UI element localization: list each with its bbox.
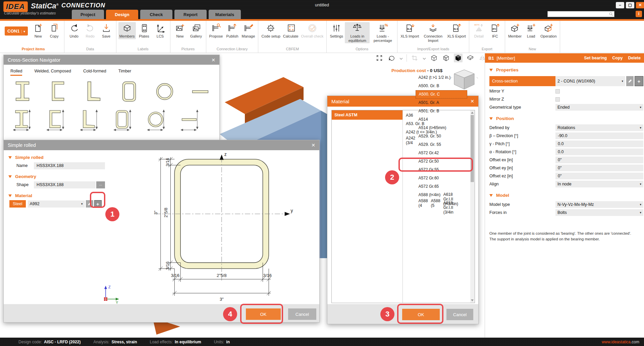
material-dropdown[interactable]: A992▾ <box>28 200 85 208</box>
ribbon-calculate-button[interactable]: +−×÷Calculate <box>282 22 300 39</box>
forces-in-dropdown[interactable]: Bolts▾ <box>555 209 643 216</box>
edit-cross-section-button[interactable] <box>626 76 634 86</box>
section-shape-flat-bar-dimensioned[interactable] <box>179 109 199 133</box>
ribbon-xls-export-button[interactable]: XLSXLS Export <box>446 22 467 39</box>
add-material-button[interactable]: + <box>94 200 102 208</box>
vt-crop-icon[interactable] <box>410 54 419 62</box>
geometrical-type-dropdown[interactable]: Ended▾ <box>555 104 643 111</box>
material-item-a529-gr-50[interactable]: A529. Gr. 50 <box>416 132 467 140</box>
copy-member-button[interactable]: Copy <box>612 56 623 60</box>
chevron-down-icon[interactable] <box>399 56 403 60</box>
material-item-a501-gr-b[interactable]: A501. Gr. B <box>416 107 467 115</box>
section-shape-channel-section[interactable] <box>47 80 69 106</box>
tab-check[interactable]: Check <box>140 10 172 19</box>
ribbon-code-setup-button[interactable]: </>Code setup <box>260 22 281 39</box>
material-item-a618-gr-i-ii-3-4in-t[interactable]: A618 Gr.I.II (3/4in <box>440 203 461 212</box>
ribbon-ifc-button[interactable]: IFCIFC <box>487 22 503 39</box>
section-shape-flat-bar[interactable] <box>190 80 211 106</box>
ribbon-lcs-button[interactable]: LCS <box>153 22 168 39</box>
ribbon-save-button[interactable]: Save <box>99 22 114 39</box>
material-item-a500-gr-b[interactable]: A500. Gr. B <box>416 82 467 90</box>
ribbon-redo-button[interactable]: Redo <box>83 22 98 39</box>
material-item-a514[interactable]: A514 <box>416 115 467 124</box>
browse-button[interactable]: ... <box>96 181 105 188</box>
ribbon-publish-button[interactable]: Publish <box>224 22 240 39</box>
mirror-y-checkbox[interactable] <box>555 89 560 94</box>
tab-materials[interactable]: Materials <box>209 10 241 19</box>
csn-tab-cold-formed[interactable]: Cold-formed <box>83 69 106 76</box>
ribbon-overall-check-button[interactable]: Overall check <box>300 22 325 39</box>
ok-button[interactable]: OK <box>402 309 440 320</box>
tab-report[interactable]: Report <box>174 10 207 19</box>
vt-cube-open-icon[interactable] <box>466 54 475 62</box>
offset-ey-in-field[interactable]: 0" <box>555 165 643 171</box>
vt-cube-solid-icon[interactable] <box>454 54 463 62</box>
units-value[interactable]: in <box>226 340 230 344</box>
ribbon-members-button[interactable]: Members <box>118 22 136 39</box>
material-item-a500-gr-c[interactable]: A500. Gr. C <box>416 90 467 99</box>
pitch-field[interactable]: 0.0 <box>555 140 643 147</box>
ribbon-undo-button[interactable]: Undo <box>66 22 82 39</box>
edit-material-button[interactable] <box>86 200 93 208</box>
website-link[interactable]: www.ideastatica.com <box>602 340 639 344</box>
design-code-value[interactable]: AISC - LRFD (2022) <box>44 340 80 344</box>
section-shape-rhs-section[interactable] <box>118 80 140 106</box>
shape-field[interactable]: HSS3X3X.188 <box>34 181 96 188</box>
ribbon-new-button[interactable]: New <box>172 22 188 39</box>
project-item-selector[interactable]: CON1▾ <box>5 26 28 36</box>
csn-tab-welded-composed[interactable]: Welded, Composed <box>34 69 71 76</box>
dialog-titlebar[interactable]: Simple rolled ✕ <box>4 140 319 150</box>
section-shape-i-section-dimensioned[interactable] <box>12 109 31 133</box>
section-properties[interactable]: Properties <box>489 67 644 72</box>
add-cross-section-button[interactable]: + <box>635 76 643 86</box>
material-item-a588-5-t-8in[interactable]: A588 (5A618 Gr.I.II (t<3/4in)A618 Gr.I.I… <box>428 199 464 208</box>
offset-ex-in-field[interactable]: 0" <box>555 157 643 163</box>
material-item-a588-4-t-5in[interactable]: A588 (4A588 (5A618 Gr.I.II (t<3/4in)A618… <box>416 199 467 208</box>
material-item-a242-3-4-t-1-1-2-in[interactable]: A242 (3/4 A242 (t >1 1/2 in.)A500. Gr. B… <box>403 136 470 145</box>
minimize-icon[interactable]: – <box>616 2 624 8</box>
offset-ez-in-field[interactable]: 0" <box>555 173 643 179</box>
vt-cube-wire-icon[interactable] <box>430 54 438 62</box>
material-item-a572-gr-65[interactable]: A572 Gr.65 <box>416 182 467 191</box>
vt-cube-shaded-icon[interactable] <box>442 54 450 62</box>
cross-section-dropdown[interactable]: 2 - CON1 (W10X60)▾ <box>555 76 625 86</box>
ribbon-manage-button[interactable]: Manage <box>240 22 256 39</box>
close-icon[interactable]: ✕ <box>470 99 474 104</box>
scroll-thumb[interactable] <box>471 115 474 182</box>
maximize-icon[interactable]: ▢ <box>626 2 634 8</box>
section-position[interactable]: Position <box>489 116 644 121</box>
section-model[interactable]: Model <box>489 193 644 198</box>
scroll-up-icon[interactable] <box>471 112 474 114</box>
cancel-button[interactable]: Cancel <box>288 308 316 320</box>
ribbon-loads-in-equilibrium-button[interactable]: Loads in equilibrium <box>345 22 370 43</box>
set-bearing-button[interactable]: Set bearing <box>584 56 607 60</box>
ribbon-settings-button[interactable]: Settings <box>329 22 344 39</box>
material-item-a529-gr-55[interactable]: A529. Gr. 55 <box>416 140 467 149</box>
tab-design[interactable]: Design <box>106 10 138 19</box>
material-item-a572-gr-50[interactable]: A572 Gr.50 <box>416 157 467 166</box>
material-item-a572-gr-60[interactable]: A572 Gr.60 <box>416 174 467 182</box>
scrollbar[interactable] <box>470 110 475 303</box>
analysis-value[interactable]: Stress, strain <box>111 340 137 344</box>
vt-rotate-icon[interactable] <box>387 54 396 62</box>
material-item-a572-gr-55[interactable]: A572 Gr.55 <box>416 166 467 174</box>
ribbon-copy-button[interactable]: Copy <box>47 22 62 39</box>
material-item-a242-t-1-1-2-in[interactable]: A242 (t >1 1/2 in.) <box>416 73 467 82</box>
ribbon-propose-button[interactable]: Propose <box>208 22 224 39</box>
vt-expand-icon[interactable] <box>375 54 384 62</box>
load-effects-value[interactable]: In equilibrium <box>175 340 201 344</box>
ribbon-loads-percentage-button[interactable]: %Loads - percentage <box>370 22 395 43</box>
rotation-field[interactable]: 0.0 <box>555 149 643 155</box>
material-item-a514-t-65mm[interactable]: A514 (t>65mm) <box>416 124 467 132</box>
mirror-z-checkbox[interactable] <box>555 97 560 102</box>
align-dropdown[interactable]: In node▾ <box>555 181 643 187</box>
ribbon-xls-import-button[interactable]: XLSXLS Import <box>399 22 420 39</box>
close-icon[interactable]: ✕ <box>636 2 644 8</box>
info-icon[interactable]: i <box>636 11 642 17</box>
scroll-down-icon[interactable] <box>471 299 474 301</box>
ribbon-connection-import-button[interactable]: Connection Import <box>421 22 445 43</box>
direction-field[interactable]: -90.0 <box>555 132 643 139</box>
material-item-a501-gr-a[interactable]: A501. Gr. A <box>416 99 467 107</box>
tab-project[interactable]: Project <box>72 10 104 19</box>
close-icon[interactable]: ✕ <box>311 142 315 148</box>
